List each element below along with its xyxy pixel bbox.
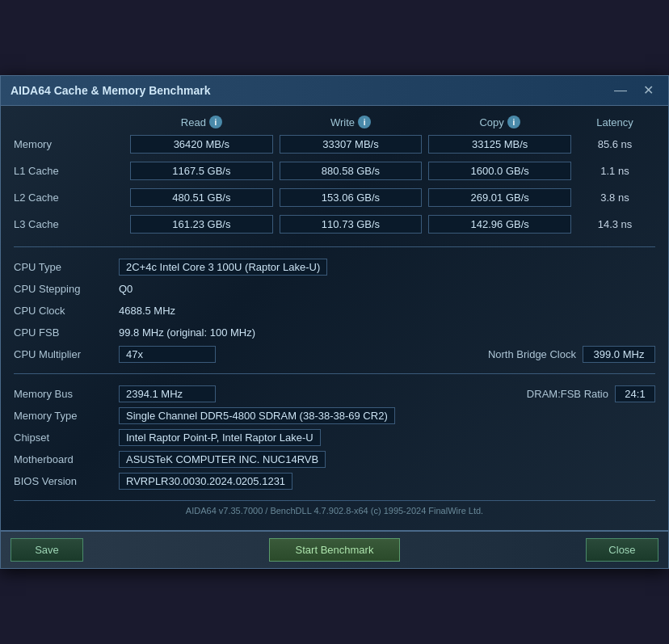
window-controls: — ✕ [609,82,658,99]
read-info-icon[interactable]: i [209,116,222,128]
memory-type-value: Single Channel DDR5-4800 SDRAM (38-38-38… [119,407,395,424]
row-label-2: L2 Cache [14,192,127,204]
save-button[interactable]: Save [11,538,83,562]
read-input-3[interactable] [130,215,273,234]
row-latency-1: 1.1 ns [574,165,655,177]
row-latency-2: 3.8 ns [574,192,655,204]
memory-info-section: Memory Bus 2394.1 MHz DRAM:FSB Ratio 24:… [14,384,655,490]
row-copy-2 [428,188,571,207]
memory-type-label: Memory Type [14,410,119,422]
read-input-2[interactable] [130,188,273,207]
header-latency: Latency [574,116,655,128]
write-info-icon[interactable]: i [358,116,371,128]
close-button[interactable]: Close [586,538,658,562]
row-read-2 [130,188,273,207]
motherboard-row: Motherboard ASUSTeK COMPUTER INC. NUC14R… [14,449,655,469]
copy-info-icon[interactable]: i [507,116,520,128]
write-input-2[interactable] [280,188,423,207]
cpu-type-row: CPU Type 2C+4c Intel Core 3 100U (Raptor… [14,257,655,276]
row-latency-3: 14.3 ns [574,218,655,230]
copy-input-2[interactable] [428,188,571,207]
read-input-1[interactable] [130,162,273,180]
cpu-stepping-value: Q0 [119,283,133,295]
divider-2 [14,373,655,374]
row-label-0: Memory [14,138,127,150]
row-write-2 [280,188,423,207]
cpu-clock-value: 4688.5 MHz [119,305,175,317]
cpu-info-section: CPU Type 2C+4c Intel Core 3 100U (Raptor… [14,257,655,364]
cpu-clock-row: CPU Clock 4688.5 MHz [14,301,655,320]
bios-label: BIOS Version [14,475,119,487]
memory-bus-row: Memory Bus 2394.1 MHz DRAM:FSB Ratio 24:… [14,384,655,403]
table-row: Memory 85.6 ns [14,135,655,154]
row-write-0 [280,135,423,154]
dram-fsb-label: DRAM:FSB Ratio [527,388,608,400]
button-bar: Save Start Benchmark Close [1,530,668,568]
start-benchmark-button[interactable]: Start Benchmark [269,538,401,562]
header-read: Read i [127,116,276,128]
cpu-fsb-label: CPU FSB [14,326,119,339]
cpu-multiplier-value: 47x [119,346,216,363]
row-read-0 [130,135,273,154]
write-input-1[interactable] [280,162,423,180]
close-window-button[interactable]: ✕ [638,82,658,99]
cpu-fsb-value: 99.8 MHz (original: 100 MHz) [119,326,255,339]
minimize-button[interactable]: — [609,82,632,99]
row-latency-0: 85.6 ns [574,138,655,150]
table-row: L3 Cache 14.3 ns [14,215,655,234]
row-read-3 [130,215,273,234]
header-write: Write i [276,116,426,128]
bios-value: RVRPLR30.0030.2024.0205.1231 [119,473,292,490]
row-label-1: L1 Cache [14,165,127,177]
nb-clock-label: North Bridge Clock [488,348,576,360]
footer-text: AIDA64 v7.35.7000 / BenchDLL 4.7.902.8-x… [14,500,655,520]
cpu-stepping-row: CPU Stepping Q0 [14,279,655,298]
row-write-1 [280,162,423,180]
cpu-multiplier-row: CPU Multiplier 47x North Bridge Clock 39… [14,344,655,364]
row-label-3: L3 Cache [14,218,127,230]
cpu-type-value: 2C+4c Intel Core 3 100U (Raptor Lake-U) [119,259,327,276]
benchmark-rows: Memory 85.6 ns L1 Cache 1.1 ns [14,135,655,234]
motherboard-label: Motherboard [14,453,119,465]
memory-bus-label: Memory Bus [14,388,119,400]
copy-input-0[interactable] [428,135,571,154]
copy-input-1[interactable] [428,162,571,180]
cpu-fsb-row: CPU FSB 99.8 MHz (original: 100 MHz) [14,322,655,342]
nb-clock-value: 399.0 MHz [583,346,655,363]
motherboard-value: ASUSTeK COMPUTER INC. NUC14RVB [119,451,326,468]
benchmark-table: Read i Write i Copy i Latency Memory [14,116,655,234]
header-copy: Copy i [425,116,574,128]
table-header: Read i Write i Copy i Latency [14,116,655,132]
nb-clock-group: North Bridge Clock 399.0 MHz [488,346,655,363]
window-title: AIDA64 Cache & Memory Benchmark [11,84,210,97]
row-write-3 [280,215,423,234]
main-window: AIDA64 Cache & Memory Benchmark — ✕ Read… [0,75,669,569]
row-copy-0 [428,135,571,154]
write-input-0[interactable] [280,135,423,154]
title-bar: AIDA64 Cache & Memory Benchmark — ✕ [1,76,668,106]
copy-input-3[interactable] [428,215,571,234]
memory-type-row: Memory Type Single Channel DDR5-4800 SDR… [14,406,655,425]
cpu-type-label: CPU Type [14,261,119,273]
row-copy-1 [428,162,571,180]
table-row: L1 Cache 1.1 ns [14,162,655,180]
cpu-stepping-label: CPU Stepping [14,283,119,295]
chipset-row: Chipset Intel Raptor Point-P, Intel Rapt… [14,427,655,447]
dram-fsb-value: 24:1 [615,385,655,402]
row-copy-3 [428,215,571,234]
dram-fsb-group: DRAM:FSB Ratio 24:1 [527,385,655,402]
write-input-3[interactable] [280,215,423,234]
bios-row: BIOS Version RVRPLR30.0030.2024.0205.123… [14,471,655,490]
row-read-1 [130,162,273,180]
chipset-label: Chipset [14,431,119,444]
memory-bus-value: 2394.1 MHz [119,385,216,402]
read-input-0[interactable] [130,135,273,154]
content-area: Read i Write i Copy i Latency Memory [1,106,668,530]
cpu-multiplier-label: CPU Multiplier [14,348,119,360]
cpu-clock-label: CPU Clock [14,305,119,317]
divider-1 [14,246,655,247]
table-row: L2 Cache 3.8 ns [14,188,655,207]
chipset-value: Intel Raptor Point-P, Intel Raptor Lake-… [119,429,321,446]
